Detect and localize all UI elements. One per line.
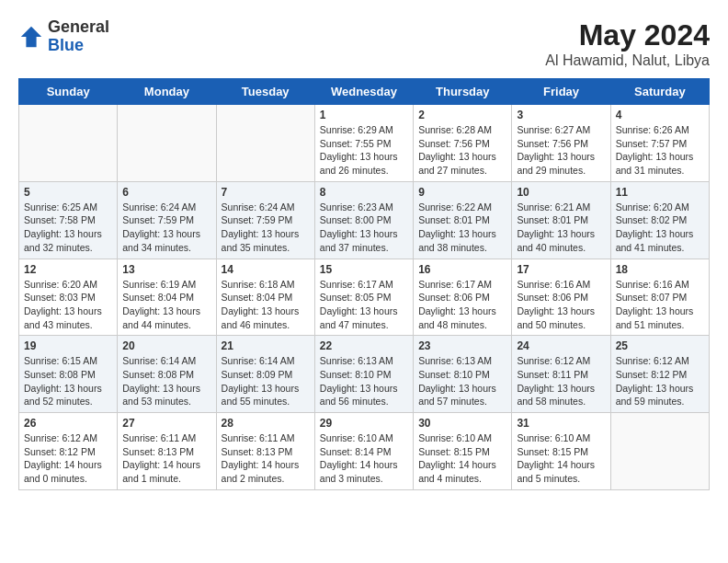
day-info: Sunrise: 6:13 AMSunset: 8:10 PMDaylight:… xyxy=(320,354,408,408)
calendar-cell: 30Sunrise: 6:10 AMSunset: 8:15 PMDayligh… xyxy=(414,413,512,490)
logo: General Blue xyxy=(18,18,109,55)
day-header-sunday: Sunday xyxy=(19,79,118,105)
calendar-cell: 12Sunrise: 6:20 AMSunset: 8:03 PMDayligh… xyxy=(19,259,118,336)
day-info: Sunrise: 6:21 AMSunset: 8:01 PMDaylight:… xyxy=(517,201,605,255)
day-info: Sunrise: 6:20 AMSunset: 8:03 PMDaylight:… xyxy=(24,278,112,332)
day-info: Sunrise: 6:26 AMSunset: 7:57 PMDaylight:… xyxy=(616,123,704,178)
day-info: Sunrise: 6:18 AMSunset: 8:04 PMDaylight:… xyxy=(222,278,310,332)
day-number: 23 xyxy=(418,339,506,352)
day-info: Sunrise: 6:13 AMSunset: 8:10 PMDaylight:… xyxy=(418,354,506,408)
day-number: 21 xyxy=(222,339,310,352)
day-number: 15 xyxy=(320,263,408,276)
day-number: 3 xyxy=(517,109,605,121)
day-number: 12 xyxy=(24,263,112,276)
day-info: Sunrise: 6:16 AMSunset: 8:06 PMDaylight:… xyxy=(517,278,605,332)
day-info: Sunrise: 6:20 AMSunset: 8:02 PMDaylight:… xyxy=(616,201,704,255)
day-number: 18 xyxy=(616,263,704,276)
week-row-5: 26Sunrise: 6:12 AMSunset: 8:12 PMDayligh… xyxy=(19,413,710,490)
day-info: Sunrise: 6:17 AMSunset: 8:06 PMDaylight:… xyxy=(418,278,506,332)
title-block: May 2024 Al Hawamid, Nalut, Libya xyxy=(545,18,710,69)
day-number: 4 xyxy=(616,109,704,121)
calendar-cell: 7Sunrise: 6:24 AMSunset: 7:59 PMDaylight… xyxy=(216,181,314,259)
day-number: 31 xyxy=(517,417,605,430)
day-header-thursday: Thursday xyxy=(414,79,512,105)
day-info: Sunrise: 6:15 AMSunset: 8:08 PMDaylight:… xyxy=(24,354,112,408)
calendar-cell: 10Sunrise: 6:21 AMSunset: 8:01 PMDayligh… xyxy=(512,181,610,259)
day-number: 30 xyxy=(418,417,506,430)
day-info: Sunrise: 6:28 AMSunset: 7:56 PMDaylight:… xyxy=(418,123,506,178)
calendar-cell: 24Sunrise: 6:12 AMSunset: 8:11 PMDayligh… xyxy=(512,336,610,413)
day-info: Sunrise: 6:10 AMSunset: 8:14 PMDaylight:… xyxy=(320,431,408,486)
day-number: 7 xyxy=(222,186,310,199)
day-number: 10 xyxy=(517,186,605,199)
calendar-cell: 2Sunrise: 6:28 AMSunset: 7:56 PMDaylight… xyxy=(414,105,512,182)
day-info: Sunrise: 6:29 AMSunset: 7:55 PMDaylight:… xyxy=(320,123,408,178)
day-info: Sunrise: 6:12 AMSunset: 8:11 PMDaylight:… xyxy=(517,354,605,408)
calendar-cell: 20Sunrise: 6:14 AMSunset: 8:08 PMDayligh… xyxy=(118,336,216,413)
calendar-cell: 22Sunrise: 6:13 AMSunset: 8:10 PMDayligh… xyxy=(314,336,413,413)
day-info: Sunrise: 6:27 AMSunset: 7:56 PMDaylight:… xyxy=(517,123,605,178)
day-info: Sunrise: 6:14 AMSunset: 8:08 PMDaylight:… xyxy=(122,354,210,408)
calendar-cell xyxy=(118,105,216,182)
day-header-monday: Monday xyxy=(118,79,216,105)
logo-icon xyxy=(18,24,44,50)
svg-marker-0 xyxy=(21,27,41,47)
day-number: 17 xyxy=(517,263,605,276)
day-number: 22 xyxy=(320,339,408,352)
day-info: Sunrise: 6:10 AMSunset: 8:15 PMDaylight:… xyxy=(418,431,506,486)
day-number: 20 xyxy=(122,339,210,352)
calendar-title: May 2024 xyxy=(545,18,710,52)
day-info: Sunrise: 6:14 AMSunset: 8:09 PMDaylight:… xyxy=(222,354,310,408)
calendar-cell: 11Sunrise: 6:20 AMSunset: 8:02 PMDayligh… xyxy=(610,181,709,259)
logo-blue: Blue xyxy=(48,37,109,55)
day-info: Sunrise: 6:22 AMSunset: 8:01 PMDaylight:… xyxy=(418,201,506,255)
calendar-cell: 1Sunrise: 6:29 AMSunset: 7:55 PMDaylight… xyxy=(314,105,413,182)
calendar-cell: 6Sunrise: 6:24 AMSunset: 7:59 PMDaylight… xyxy=(118,181,216,259)
day-number: 13 xyxy=(122,263,210,276)
calendar-cell: 14Sunrise: 6:18 AMSunset: 8:04 PMDayligh… xyxy=(216,259,314,336)
calendar-subtitle: Al Hawamid, Nalut, Libya xyxy=(545,52,710,69)
calendar-cell xyxy=(216,105,314,182)
calendar-cell: 25Sunrise: 6:12 AMSunset: 8:12 PMDayligh… xyxy=(610,336,709,413)
day-header-friday: Friday xyxy=(512,79,610,105)
day-header-tuesday: Tuesday xyxy=(216,79,314,105)
calendar-cell: 21Sunrise: 6:14 AMSunset: 8:09 PMDayligh… xyxy=(216,336,314,413)
calendar-cell: 31Sunrise: 6:10 AMSunset: 8:15 PMDayligh… xyxy=(512,413,610,490)
calendar-cell: 13Sunrise: 6:19 AMSunset: 8:04 PMDayligh… xyxy=(118,259,216,336)
day-info: Sunrise: 6:16 AMSunset: 8:07 PMDaylight:… xyxy=(616,278,704,332)
day-info: Sunrise: 6:23 AMSunset: 8:00 PMDaylight:… xyxy=(320,201,408,255)
page-header: General Blue May 2024 Al Hawamid, Nalut,… xyxy=(18,18,710,69)
day-number: 1 xyxy=(320,109,408,121)
day-info: Sunrise: 6:25 AMSunset: 7:58 PMDaylight:… xyxy=(24,201,112,255)
calendar-cell: 5Sunrise: 6:25 AMSunset: 7:58 PMDaylight… xyxy=(19,181,118,259)
day-number: 24 xyxy=(517,339,605,352)
calendar-cell: 19Sunrise: 6:15 AMSunset: 8:08 PMDayligh… xyxy=(19,336,118,413)
calendar-cell: 26Sunrise: 6:12 AMSunset: 8:12 PMDayligh… xyxy=(19,413,118,490)
day-number: 14 xyxy=(222,263,310,276)
day-number: 19 xyxy=(24,339,112,352)
week-row-2: 5Sunrise: 6:25 AMSunset: 7:58 PMDaylight… xyxy=(19,181,710,259)
calendar-cell: 17Sunrise: 6:16 AMSunset: 8:06 PMDayligh… xyxy=(512,259,610,336)
day-number: 26 xyxy=(24,417,112,430)
day-info: Sunrise: 6:24 AMSunset: 7:59 PMDaylight:… xyxy=(222,201,310,255)
day-number: 28 xyxy=(222,417,310,430)
day-number: 29 xyxy=(320,417,408,430)
day-header-row: SundayMondayTuesdayWednesdayThursdayFrid… xyxy=(19,79,710,105)
day-header-wednesday: Wednesday xyxy=(314,79,413,105)
day-number: 8 xyxy=(320,186,408,199)
calendar-cell: 8Sunrise: 6:23 AMSunset: 8:00 PMDaylight… xyxy=(314,181,413,259)
calendar-cell: 18Sunrise: 6:16 AMSunset: 8:07 PMDayligh… xyxy=(610,259,709,336)
day-header-saturday: Saturday xyxy=(610,79,709,105)
day-number: 6 xyxy=(122,186,210,199)
day-info: Sunrise: 6:12 AMSunset: 8:12 PMDaylight:… xyxy=(616,354,704,408)
calendar-cell xyxy=(19,105,118,182)
day-info: Sunrise: 6:10 AMSunset: 8:15 PMDaylight:… xyxy=(517,431,605,486)
day-number: 2 xyxy=(418,109,506,121)
day-number: 25 xyxy=(616,339,704,352)
day-number: 9 xyxy=(418,186,506,199)
calendar-cell: 4Sunrise: 6:26 AMSunset: 7:57 PMDaylight… xyxy=(610,105,709,182)
calendar-cell: 9Sunrise: 6:22 AMSunset: 8:01 PMDaylight… xyxy=(414,181,512,259)
calendar-cell: 23Sunrise: 6:13 AMSunset: 8:10 PMDayligh… xyxy=(414,336,512,413)
logo-general: General xyxy=(48,18,109,37)
week-row-3: 12Sunrise: 6:20 AMSunset: 8:03 PMDayligh… xyxy=(19,259,710,336)
